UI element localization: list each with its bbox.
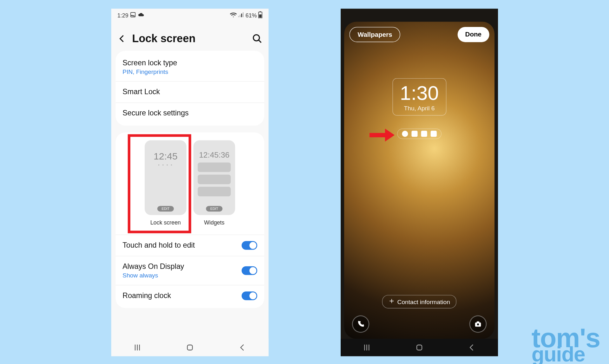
- smart-lock-label: Smart Lock: [122, 88, 257, 96]
- contact-info-button[interactable]: Contact information: [382, 295, 457, 308]
- lock-alert-icon: [431, 131, 437, 137]
- page-title: Lock screen: [132, 32, 247, 45]
- notification-icons-pill[interactable]: [397, 129, 442, 139]
- preview-widgets-time: 12:45:36: [199, 151, 229, 160]
- image-icon: [130, 11, 136, 19]
- battery-icon: [258, 11, 263, 19]
- screen-lock-type-sub: PIN, Fingerprints: [122, 68, 257, 75]
- svg-rect-13: [417, 345, 422, 350]
- svg-rect-4: [243, 12, 244, 17]
- plus-icon: [389, 298, 395, 305]
- widget-placeholder: [198, 175, 231, 184]
- smart-lock-row[interactable]: Smart Lock: [115, 82, 264, 103]
- search-icon[interactable]: [252, 33, 263, 44]
- touch-hold-label: Touch and hold to edit: [122, 241, 195, 250]
- camera-shortcut-icon[interactable]: [469, 315, 487, 333]
- wallpapers-button[interactable]: Wallpapers: [349, 27, 400, 42]
- widget-placeholder: [198, 162, 231, 172]
- home-icon[interactable]: [415, 343, 423, 352]
- aod-sub: Show always: [122, 272, 184, 279]
- svg-rect-1: [238, 16, 239, 17]
- clock-widget[interactable]: 1:30 Thu, April 6: [392, 78, 446, 116]
- svg-rect-12: [477, 322, 479, 323]
- roaming-toggle[interactable]: [242, 291, 257, 300]
- clock-date: Thu, April 6: [400, 105, 439, 112]
- aod-toggle[interactable]: [242, 266, 257, 275]
- status-time: 1:29: [117, 12, 128, 19]
- battery-text: 61%: [246, 12, 257, 19]
- home-icon[interactable]: [186, 343, 194, 352]
- nav-bar-dark: [341, 339, 498, 356]
- widget-placeholder: [198, 187, 231, 196]
- preview-lock-time: 12:45: [154, 151, 177, 162]
- missed-call-icon: [402, 131, 408, 137]
- preview-widgets-label: Widgets: [204, 219, 224, 226]
- aod-label: Always On Display: [122, 262, 184, 271]
- phone-shortcut-icon[interactable]: [352, 315, 370, 333]
- done-button[interactable]: Done: [457, 27, 489, 42]
- screen-lock-type-row[interactable]: Screen lock type PIN, Fingerprints: [115, 53, 264, 82]
- svg-rect-7: [259, 14, 262, 17]
- nav-back-icon[interactable]: [238, 343, 246, 352]
- back-icon[interactable]: [117, 34, 127, 43]
- svg-rect-9: [187, 345, 193, 350]
- touch-hold-row[interactable]: Touch and hold to edit: [115, 235, 264, 257]
- cloud-icon: [138, 12, 145, 19]
- preview-card: 12:45 • • • • EDIT Lock screen 12:45:36 …: [115, 133, 264, 308]
- recents-icon[interactable]: [133, 343, 142, 352]
- aod-row[interactable]: Always On Display Show always: [115, 256, 264, 285]
- roaming-row[interactable]: Roaming clock: [115, 285, 264, 306]
- preview-lock-label: Lock screen: [150, 219, 181, 226]
- lockscreen-editor: Wallpapers Done 1:30 Thu, April 6: [344, 22, 494, 339]
- preview-widgets-edit[interactable]: EDIT: [206, 206, 222, 211]
- lockscreen-preview[interactable]: 12:45 • • • • EDIT Lock screen: [145, 140, 187, 226]
- watermark: tom's guide: [532, 328, 600, 362]
- settings-phone: 1:29 61%: [111, 9, 269, 356]
- settings-header: Lock screen: [111, 22, 269, 51]
- preview-lock-dots: • • • •: [158, 163, 173, 167]
- widgets-preview[interactable]: 12:45:36 EDIT Widgets: [193, 140, 235, 226]
- lock-options-card: Screen lock type PIN, Fingerprints Smart…: [115, 51, 264, 126]
- editor-phone: Wallpapers Done 1:30 Thu, April 6: [341, 9, 498, 356]
- annotation-arrow-icon: [370, 129, 395, 142]
- svg-point-8: [253, 35, 259, 41]
- secure-lock-label: Secure lock settings: [122, 109, 257, 118]
- preview-lock-edit[interactable]: EDIT: [157, 206, 174, 211]
- screen-lock-type-label: Screen lock type: [122, 59, 257, 67]
- clock-time: 1:30: [400, 83, 439, 103]
- svg-point-11: [477, 323, 479, 325]
- svg-rect-2: [240, 15, 241, 17]
- signal-icon: [238, 12, 244, 19]
- mail-icon: [421, 131, 427, 137]
- nav-back-icon[interactable]: [468, 343, 476, 352]
- roaming-label: Roaming clock: [122, 291, 171, 300]
- status-bar: 1:29 61%: [111, 9, 269, 22]
- contact-info-label: Contact information: [397, 298, 450, 305]
- recents-icon[interactable]: [363, 343, 371, 352]
- nav-bar: [111, 339, 269, 356]
- wifi-icon: [230, 12, 237, 19]
- status-bar-dark: [341, 9, 498, 22]
- secure-lock-row[interactable]: Secure lock settings: [115, 103, 264, 124]
- svg-rect-3: [241, 13, 242, 17]
- chat-icon: [411, 131, 417, 137]
- touch-hold-toggle[interactable]: [242, 241, 257, 250]
